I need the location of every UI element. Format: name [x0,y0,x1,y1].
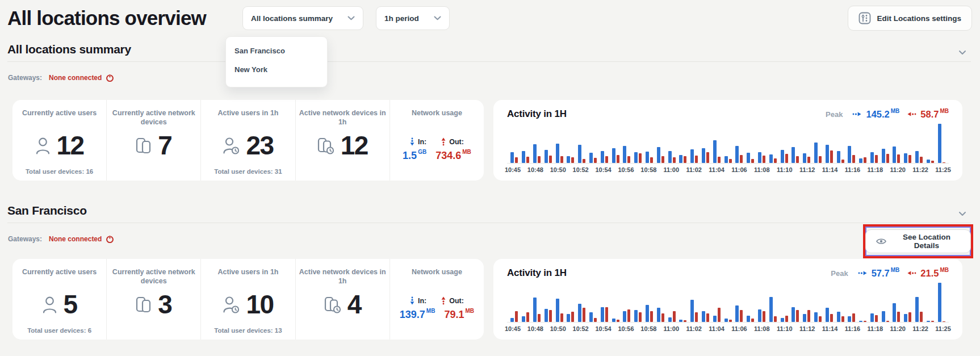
activity-bar-in [848,146,851,163]
activity-bar-out [605,307,608,322]
activity-bar-out [549,310,552,322]
x-axis-label: 11:14 [822,325,838,332]
traffic-in-icon [410,137,414,146]
bar-pair [823,124,835,163]
x-axis-label: 10:58 [640,166,656,173]
page-title: All locations overview [7,7,206,30]
activity-bar-in [915,151,919,163]
activity-bar-in [702,311,705,322]
x-axis-label: 10:56 [618,325,634,332]
activity-bar-out [594,158,597,163]
bar-pair [902,283,914,322]
see-location-details-button[interactable]: See Location Details [865,229,971,253]
activity-bar-out [774,158,777,163]
period-select[interactable]: 1h period [376,6,450,30]
activity-bar-out [526,312,529,322]
activity-bar-in [724,156,728,163]
activity-bar-out [897,312,900,322]
gateway-offline-icon [106,236,114,243]
activity-bar-in [601,307,604,322]
bar-pair [633,283,644,322]
activity-bar-in [758,309,761,322]
activity-bar-out [639,153,642,163]
bar-pair [891,124,902,163]
stat-label: Active network devices in 1h [299,108,386,127]
user-clock-icon [223,296,240,313]
activity-bar-out [886,154,889,163]
arrow-right-dotted-icon [858,270,868,276]
activity-bar-chart: 10:4510:4810:5010:5210:5410:5610:5811:00… [507,283,949,334]
x-axis-label: 11:08 [754,325,770,332]
collapse-chevron-icon[interactable] [958,211,966,216]
x-axis-label: 11:10 [777,325,793,332]
activity-bar-out [763,311,765,322]
activity-bar-out [740,155,743,163]
bar-pair [813,283,824,322]
x-axis-label: 10:56 [618,166,634,173]
activity-bar-in [589,153,593,163]
activity-bar-in [657,147,660,163]
x-axis-label: 11:04 [709,325,724,332]
peak-in-value: 57.7MB [858,268,900,279]
dropdown-option-new-york[interactable]: New York [226,60,327,79]
bar-pair [700,124,711,163]
activity-bar-in [826,308,829,322]
x-axis-label: 11:06 [731,325,747,332]
action-highlight-box: See Location Details [863,224,973,258]
activity-bar-in [882,311,885,322]
activity-bar-in [601,151,604,163]
bar-pair [621,283,633,322]
activity-bar-in [927,160,930,163]
bar-pair [924,124,936,163]
stat-label: Active network devices in 1h [299,267,386,286]
bar-pair [531,124,543,163]
bar-pair [700,283,711,322]
activity-bar-out [796,310,799,322]
x-axis-label: 11:06 [731,166,747,173]
bar-pair [745,124,756,163]
gateways-status-value: None connected [49,74,102,82]
stats-card-san-francisco: Currently active users 5 Total user devi… [12,259,484,340]
activity-bar-in [612,319,615,322]
network-devices-clock-icon [324,296,341,313]
period-select-value: 1h period [384,14,419,23]
bar-pair [711,124,722,163]
activity-bar-in [837,151,840,163]
network-devices-icon [136,137,152,154]
bar-pair [936,283,947,322]
activity-chart-title: Activity in 1H [507,267,567,279]
edit-locations-settings-button[interactable]: Edit Locations settings [848,6,972,31]
activity-bar-out [605,156,608,163]
bar-pair [745,283,756,322]
activity-bar-out [785,316,788,322]
stat-label: Active users in 1h [218,267,279,286]
bar-pair [610,283,621,322]
bar-pair [813,124,824,163]
activity-bar-out [538,314,541,322]
stat-active-users-1h: Active users in 1h 23 Total user devices… [200,100,295,181]
x-axis-label: 11:22 [912,325,928,332]
bar-pair [689,283,700,322]
activity-bar-out [841,160,844,163]
activity-bar-in [567,156,570,163]
stat-network-usage: Network usage In: [390,259,484,340]
collapse-chevron-icon[interactable] [958,50,966,55]
peak-label: Peak [831,269,848,278]
activity-bar-in [612,148,615,163]
activity-bar-in [522,316,525,322]
stat-network-usage: Network usage In: [390,100,484,181]
stat-label: Active users in 1h [218,108,279,127]
stat-footnote: Total user devices: 16 [26,168,93,175]
activity-bar-out [673,311,676,322]
see-location-details-label: See Location Details [893,233,960,250]
dropdown-option-san-francisco[interactable]: San Francisco [226,41,327,60]
out-text: Out: [449,138,464,146]
activity-bar-out [852,155,855,163]
activity-bar-in [803,314,806,322]
location-summary-select[interactable]: All locations summary [242,6,363,30]
activity-bar-out [549,156,552,163]
activity-bar-in [803,153,806,163]
bar-pair [801,283,813,322]
activity-bar-out [763,156,765,163]
in-text: In: [418,138,426,146]
